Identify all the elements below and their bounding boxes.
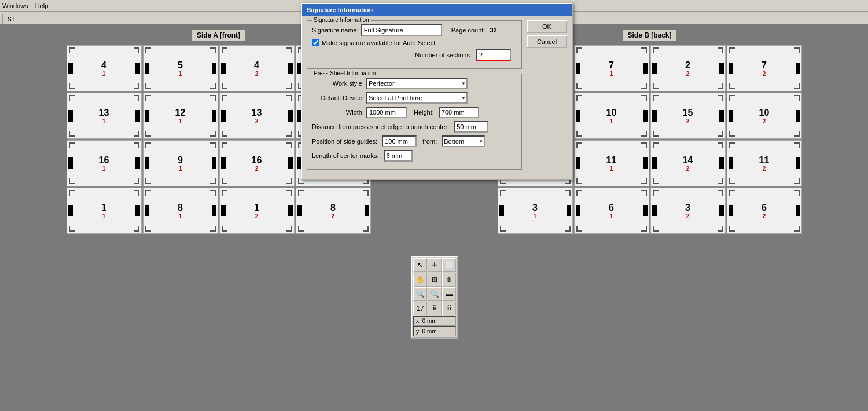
work-style-select[interactable]: Perfector Sheetwise Work and Turn Work a… (366, 78, 468, 89)
tool-copy[interactable]: ⬜ (442, 258, 456, 272)
table-row: 15 2 (650, 93, 726, 139)
table-row: 1 1 (67, 188, 142, 234)
table-row: 10 2 (727, 93, 802, 139)
press-sheet-legend: Press Sheet Information (312, 70, 377, 76)
dialog-titlebar: Signature Information (302, 4, 572, 16)
sig-name-label: Signature name: (312, 27, 359, 34)
position-input[interactable] (382, 135, 417, 147)
dialog-buttons: OK Cancel (527, 20, 567, 48)
table-row: 16 2 (219, 140, 295, 186)
sig-name-row: Signature name: Page count: 32 (312, 24, 517, 36)
num-sections-input[interactable] (476, 49, 511, 61)
table-row: 7 2 (727, 45, 802, 91)
tool-zoom-in[interactable]: 🔍 (428, 287, 442, 301)
tool-select[interactable]: ↖ (413, 258, 427, 272)
table-row: 3 1 (498, 188, 573, 234)
table-row: 8 2 (296, 188, 371, 234)
position-label: Position of side guides: (312, 138, 377, 145)
default-device-select[interactable]: Select at Print time (366, 92, 468, 104)
tool-grid[interactable]: ⊞ (428, 273, 442, 287)
table-row: 5 1 (143, 45, 218, 91)
from-label: from: (422, 138, 437, 145)
tool-move[interactable]: ✛ (428, 258, 442, 272)
num-sections-label: Number of sections: (415, 52, 472, 58)
auto-select-checkbox[interactable] (312, 39, 319, 46)
table-row: 12 1 (143, 93, 218, 139)
work-style-label: Work style: (312, 80, 364, 87)
width-input[interactable] (366, 107, 407, 118)
default-device-row: Default Device: Select at Print time (312, 92, 517, 104)
table-row: 1 2 (219, 188, 295, 234)
tool-zoom-out[interactable]: 🔍 (413, 287, 427, 301)
table-row: 6 1 (574, 188, 649, 234)
center-marks-label: Length of center marks: (312, 152, 379, 159)
table-row: 9 1 (143, 140, 218, 186)
from-select-wrapper: Bottom Top (442, 135, 485, 147)
dialog-content-row: Signature Information Signature name: Pa… (307, 20, 567, 174)
table-row: 7 1 (574, 45, 649, 91)
center-marks-row: Length of center marks: (312, 150, 517, 162)
tool-rect[interactable]: ▬ (442, 287, 456, 301)
sig-info-group: Signature Information Signature name: Pa… (307, 20, 522, 69)
ok-button[interactable]: OK (527, 20, 567, 33)
num-sections-row: Number of sections: (312, 49, 517, 61)
side-a-label: Side A [front] (192, 30, 245, 41)
table-row: 6 2 (727, 188, 802, 234)
auto-select-row: Make signature available for Auto Select (312, 39, 517, 46)
coords-y: y: 0 mm (413, 326, 456, 336)
cancel-button[interactable]: Cancel (527, 35, 567, 48)
auto-select-label: Make signature available for Auto Select (322, 39, 435, 46)
page-count-value: 32 (490, 27, 496, 34)
default-device-label: Default Device: (312, 94, 364, 101)
page-count-label: Page count: (451, 27, 486, 34)
table-row: 4 2 (219, 45, 295, 91)
from-select[interactable]: Bottom Top (442, 135, 485, 147)
distance-label: Distance from press sheet edge to punch … (312, 123, 449, 130)
table-row: 2 2 (650, 45, 726, 91)
dialog-main: Signature Information Signature name: Pa… (307, 20, 522, 174)
menu-windows[interactable]: Windows (2, 2, 28, 9)
table-row: 16 1 (67, 140, 142, 186)
press-sheet-group: Press Sheet Information Work style: Perf… (307, 74, 522, 170)
signature-info-dialog[interactable]: Signature Information Signature Informat… (301, 3, 573, 180)
table-row: 13 2 (219, 93, 295, 139)
tab-st[interactable]: ST (2, 14, 20, 24)
tool-qr[interactable]: ⠿ (442, 302, 456, 315)
tool-target[interactable]: ⊕ (442, 273, 456, 287)
center-marks-input[interactable] (384, 150, 413, 162)
table-row: 11 1 (574, 140, 649, 186)
table-row: 14 2 (650, 140, 726, 186)
sig-info-legend: Signature Information (312, 17, 371, 23)
distance-row: Distance from press sheet edge to punch … (312, 121, 517, 133)
width-label: Width: (312, 109, 364, 116)
floating-toolbar: ↖ ✛ ⬜ ✋ ⊞ ⊕ 🔍 🔍 ▬ 17 ⠿ ⠿ x: 0 mm y: 0 mm (411, 256, 458, 339)
sig-name-input[interactable] (361, 24, 442, 36)
dialog-title: Signature Information (307, 6, 373, 13)
tool-barcode[interactable]: ⠿ (428, 302, 442, 315)
table-row: 13 1 (67, 93, 142, 139)
dialog-body: Signature Information Signature name: Pa… (302, 16, 572, 179)
work-style-select-wrapper: Perfector Sheetwise Work and Turn Work a… (366, 78, 468, 89)
menu-help[interactable]: Help (35, 2, 49, 9)
table-row: 4 1 (67, 45, 142, 91)
table-row: 3 2 (650, 188, 726, 234)
height-label: Height: (414, 109, 434, 116)
tool-hand[interactable]: ✋ (413, 273, 427, 287)
position-row: Position of side guides: from: Bottom To… (312, 135, 517, 147)
height-input[interactable] (439, 107, 479, 118)
default-device-select-wrapper: Select at Print time (366, 92, 468, 104)
work-style-row: Work style: Perfector Sheetwise Work and… (312, 78, 517, 89)
table-row: 11 2 (727, 140, 802, 186)
side-b-label: Side B [back] (623, 30, 676, 41)
table-row: 8 1 (143, 188, 218, 234)
tool-number[interactable]: 17 (413, 302, 427, 315)
coords-x: x: 0 mm (413, 316, 456, 326)
distance-input[interactable] (454, 121, 488, 133)
table-row: 10 1 (574, 93, 649, 139)
dimensions-row: Width: Height: (312, 107, 517, 118)
